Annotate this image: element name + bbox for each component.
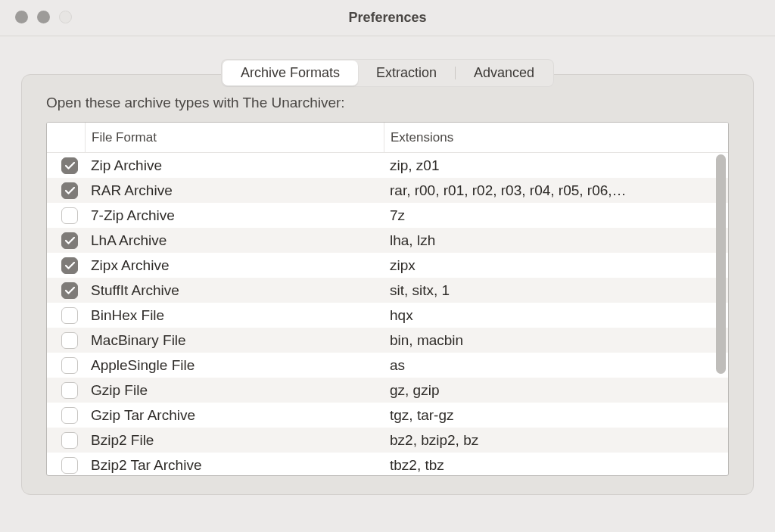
row-format-label: LhA Archive	[85, 232, 384, 249]
row-extensions-label: bz2, bzip2, bz	[384, 432, 728, 449]
table-body[interactable]: Zip Archivezip, z01RAR Archiverar, r00, …	[47, 153, 728, 476]
window-title: Preferences	[348, 10, 426, 26]
row-extensions-label: 7z	[384, 207, 728, 224]
row-format-label: Bzip2 Tar Archive	[85, 457, 384, 474]
format-table: File Format Extensions Zip Archivezip, z…	[46, 122, 729, 476]
row-format-label: BinHex File	[85, 307, 384, 324]
table-row[interactable]: 7-Zip Archive7z	[47, 203, 728, 228]
row-format-label: Gzip Tar Archive	[85, 407, 384, 424]
format-checkbox[interactable]	[61, 282, 78, 299]
row-extensions-label: bin, macbin	[384, 332, 728, 349]
row-format-label: AppleSingle File	[85, 357, 384, 374]
format-checkbox[interactable]	[61, 407, 78, 424]
tab-advanced[interactable]: Advanced	[456, 61, 552, 86]
row-format-label: Gzip File	[85, 382, 384, 399]
row-format-label: 7-Zip Archive	[85, 207, 384, 224]
row-format-label: RAR Archive	[85, 182, 384, 199]
format-checkbox[interactable]	[61, 457, 78, 474]
table-row[interactable]: Bzip2 Filebz2, bzip2, bz	[47, 428, 728, 453]
row-checkbox-cell	[47, 357, 85, 374]
format-checkbox[interactable]	[61, 182, 78, 199]
row-checkbox-cell	[47, 332, 85, 349]
format-checkbox[interactable]	[61, 357, 78, 374]
row-format-label: MacBinary File	[85, 332, 384, 349]
format-checkbox[interactable]	[61, 157, 78, 174]
tab-extraction[interactable]: Extraction	[358, 61, 455, 86]
table-row[interactable]: Gzip Tar Archivetgz, tar-gz	[47, 403, 728, 428]
table-header: File Format Extensions	[47, 123, 728, 153]
row-checkbox-cell	[47, 182, 85, 199]
row-extensions-label: tbz2, tbz	[384, 457, 728, 474]
row-checkbox-cell	[47, 307, 85, 324]
format-checkbox[interactable]	[61, 232, 78, 249]
row-checkbox-cell	[47, 457, 85, 474]
tab-bar: Archive Formats Extraction Advanced	[21, 59, 754, 87]
format-checkbox[interactable]	[61, 382, 78, 399]
content: Archive Formats Extraction Advanced Open…	[0, 36, 775, 509]
row-format-label: Bzip2 File	[85, 432, 384, 449]
table-row[interactable]: MacBinary Filebin, macbin	[47, 328, 728, 353]
table-row[interactable]: Bzip2 Tar Archivetbz2, tbz	[47, 453, 728, 476]
table-row[interactable]: Zip Archivezip, z01	[47, 153, 728, 178]
row-checkbox-cell	[47, 382, 85, 399]
format-checkbox[interactable]	[61, 257, 78, 274]
traffic-lights	[15, 11, 72, 23]
close-window-button[interactable]	[15, 11, 28, 23]
row-extensions-label: hqx	[384, 307, 728, 324]
row-extensions-label: tgz, tar-gz	[384, 407, 728, 424]
row-checkbox-cell	[47, 282, 85, 299]
row-checkbox-cell	[47, 432, 85, 449]
row-extensions-label: zip, z01	[384, 157, 728, 174]
row-extensions-label: sit, sitx, 1	[384, 282, 728, 299]
row-extensions-label: gz, gzip	[384, 382, 728, 399]
panel-subtitle: Open these archive types with The Unarch…	[46, 95, 729, 111]
tab-archive-formats[interactable]: Archive Formats	[223, 61, 358, 86]
format-checkbox[interactable]	[61, 207, 78, 224]
zoom-window-button[interactable]	[59, 11, 72, 23]
row-checkbox-cell	[47, 232, 85, 249]
row-checkbox-cell	[47, 257, 85, 274]
column-extensions[interactable]: Extensions	[384, 123, 728, 152]
preferences-panel: Open these archive types with The Unarch…	[21, 74, 754, 495]
table-row[interactable]: AppleSingle Fileas	[47, 353, 728, 378]
row-checkbox-cell	[47, 157, 85, 174]
table-row[interactable]: BinHex Filehqx	[47, 303, 728, 328]
row-extensions-label: as	[384, 357, 728, 374]
minimize-window-button[interactable]	[37, 11, 50, 23]
column-file-format[interactable]: File Format	[85, 123, 384, 152]
titlebar: Preferences	[0, 0, 775, 36]
tab-segment: Archive Formats Extraction Advanced	[221, 59, 554, 87]
row-checkbox-cell	[47, 407, 85, 424]
format-checkbox[interactable]	[61, 307, 78, 324]
row-format-label: Zip Archive	[85, 157, 384, 174]
row-extensions-label: rar, r00, r01, r02, r03, r04, r05, r06,…	[384, 182, 728, 199]
row-extensions-label: zipx	[384, 257, 728, 274]
row-checkbox-cell	[47, 207, 85, 224]
row-extensions-label: lha, lzh	[384, 232, 728, 249]
format-checkbox[interactable]	[61, 432, 78, 449]
table-row[interactable]: Gzip Filegz, gzip	[47, 378, 728, 403]
row-format-label: Zipx Archive	[85, 257, 384, 274]
table-row[interactable]: Zipx Archivezipx	[47, 253, 728, 278]
table-row[interactable]: StuffIt Archivesit, sitx, 1	[47, 278, 728, 303]
table-row[interactable]: RAR Archiverar, r00, r01, r02, r03, r04,…	[47, 178, 728, 203]
table-row[interactable]: LhA Archivelha, lzh	[47, 228, 728, 253]
format-checkbox[interactable]	[61, 332, 78, 349]
row-format-label: StuffIt Archive	[85, 282, 384, 299]
